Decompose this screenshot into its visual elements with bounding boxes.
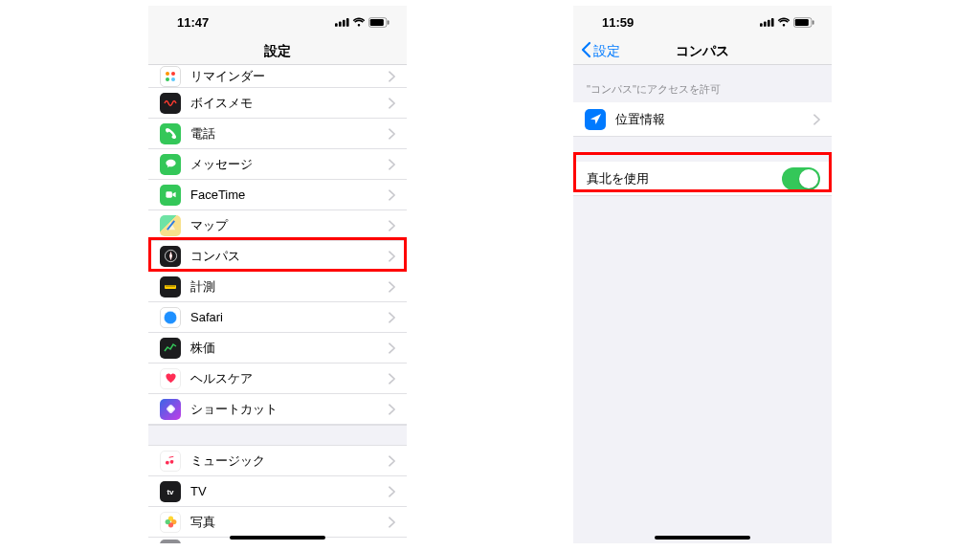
- back-button[interactable]: 設定: [581, 38, 620, 64]
- settings-row-photos[interactable]: 写真: [148, 507, 407, 538]
- settings-row-tv[interactable]: tvTV: [148, 476, 407, 507]
- settings-row-phone[interactable]: 電話: [148, 119, 407, 149]
- settings-list[interactable]: リマインダーボイスメモ電話メッセージFaceTimeマップコンパス計測Safar…: [148, 65, 407, 543]
- chevron-right-icon: [389, 159, 395, 170]
- row-label: マップ: [190, 217, 389, 234]
- svg-rect-34: [771, 18, 774, 27]
- true-north-toggle[interactable]: [782, 167, 820, 190]
- chevron-right-icon: [389, 189, 395, 201]
- phone-icon: [160, 123, 181, 144]
- nav-bar: 設定 コンパス: [573, 38, 832, 65]
- maps-icon: [160, 215, 181, 236]
- music-icon: [160, 451, 181, 472]
- settings-row-health[interactable]: ヘルスケア: [148, 364, 407, 394]
- status-time: 11:47: [177, 15, 209, 30]
- home-indicator[interactable]: [655, 536, 750, 540]
- settings-row-stocks[interactable]: 株価: [148, 333, 407, 364]
- svg-rect-3: [346, 18, 349, 27]
- chevron-right-icon: [389, 251, 395, 262]
- messages-icon: [160, 154, 181, 175]
- svg-rect-5: [370, 18, 384, 25]
- chevron-right-icon: [389, 373, 395, 385]
- home-indicator[interactable]: [230, 536, 325, 540]
- section-header-access: "コンパス"にアクセスを許可: [573, 65, 832, 102]
- settings-row-maps[interactable]: マップ: [148, 210, 407, 241]
- row-label: 計測: [190, 278, 389, 296]
- chevron-right-icon: [389, 71, 395, 82]
- location-icon: [585, 109, 606, 130]
- measure-icon: [160, 276, 181, 298]
- row-label: ボイスメモ: [190, 95, 389, 112]
- row-label: カメラ: [190, 541, 389, 543]
- wifi-icon: [352, 17, 366, 27]
- battery-icon: [793, 17, 814, 28]
- row-label: FaceTime: [190, 187, 389, 202]
- status-icons: [335, 17, 390, 28]
- compass-settings-screen: 11:59 設定 コンパス "コンパス"にアクセスを許可: [573, 6, 832, 543]
- nav-title: コンパス: [676, 43, 729, 60]
- svg-rect-37: [813, 20, 814, 24]
- back-label: 設定: [593, 43, 620, 60]
- settings-row-voicememo[interactable]: ボイスメモ: [148, 88, 407, 119]
- svg-rect-32: [764, 22, 767, 27]
- status-bar: 11:47: [148, 6, 407, 38]
- svg-point-9: [166, 77, 169, 81]
- chevron-right-icon: [389, 517, 395, 528]
- svg-rect-31: [760, 23, 763, 27]
- row-location-services[interactable]: 位置情報: [573, 102, 832, 137]
- chevron-right-icon: [389, 404, 395, 415]
- chevron-left-icon: [581, 41, 591, 61]
- camera-icon: [160, 540, 181, 543]
- cellular-signal-icon: [335, 17, 349, 27]
- settings-row-measure[interactable]: 計測: [148, 272, 407, 302]
- settings-row-safari[interactable]: Safari: [148, 302, 407, 333]
- row-label: ショートカット: [190, 401, 389, 418]
- row-label: 株価: [190, 340, 389, 357]
- voicememo-icon: [160, 93, 181, 114]
- svg-point-10: [171, 77, 175, 81]
- facetime-icon: [160, 185, 181, 206]
- cellular-signal-icon: [760, 17, 774, 27]
- row-label: TV: [190, 484, 389, 498]
- settings-row-facetime[interactable]: FaceTime: [148, 180, 407, 210]
- row-label: メッセージ: [190, 156, 389, 173]
- settings-row-compass[interactable]: コンパス: [148, 241, 407, 272]
- svg-point-27: [165, 519, 169, 524]
- section-gap: [148, 425, 407, 446]
- settings-screen: 11:47 設定 リマインダーボイスメモ電話メッセージFaceTimeマップコン…: [148, 6, 407, 543]
- status-icons: [760, 17, 814, 28]
- status-bar: 11:59: [573, 6, 832, 38]
- nav-bar: 設定: [148, 38, 407, 65]
- row-label: 電話: [190, 125, 389, 143]
- row-label: コンパス: [190, 248, 389, 265]
- svg-rect-36: [795, 18, 809, 25]
- settings-row-reminders[interactable]: リマインダー: [148, 65, 407, 88]
- chevron-right-icon: [389, 128, 395, 140]
- row-label: Safari: [190, 310, 389, 324]
- settings-row-music[interactable]: ミュージック: [148, 446, 407, 476]
- row-true-north[interactable]: 真北を使用: [573, 162, 832, 196]
- svg-point-7: [166, 72, 169, 76]
- chevron-right-icon: [389, 281, 395, 293]
- row-label: ミュージック: [190, 452, 389, 470]
- photos-icon: [160, 512, 181, 533]
- chevron-right-icon: [389, 312, 395, 323]
- true-north-label: 真北を使用: [587, 170, 782, 187]
- svg-rect-6: [388, 20, 390, 24]
- chevron-right-icon: [389, 220, 395, 231]
- wifi-icon: [777, 17, 791, 27]
- settings-row-messages[interactable]: メッセージ: [148, 149, 407, 180]
- chevron-right-icon: [813, 114, 820, 125]
- tv-icon: tv: [160, 481, 181, 502]
- svg-rect-2: [343, 20, 345, 27]
- compass-list-2: 真北を使用: [573, 162, 832, 196]
- row-label: 写真: [190, 514, 389, 531]
- chevron-right-icon: [389, 342, 395, 354]
- status-time: 11:59: [602, 15, 634, 30]
- nav-title: 設定: [264, 43, 291, 60]
- safari-icon: [160, 307, 181, 328]
- svg-text:tv: tv: [167, 487, 174, 496]
- settings-row-shortcuts[interactable]: ショートカット: [148, 394, 407, 425]
- battery-icon: [368, 17, 390, 28]
- chevron-right-icon: [389, 486, 395, 497]
